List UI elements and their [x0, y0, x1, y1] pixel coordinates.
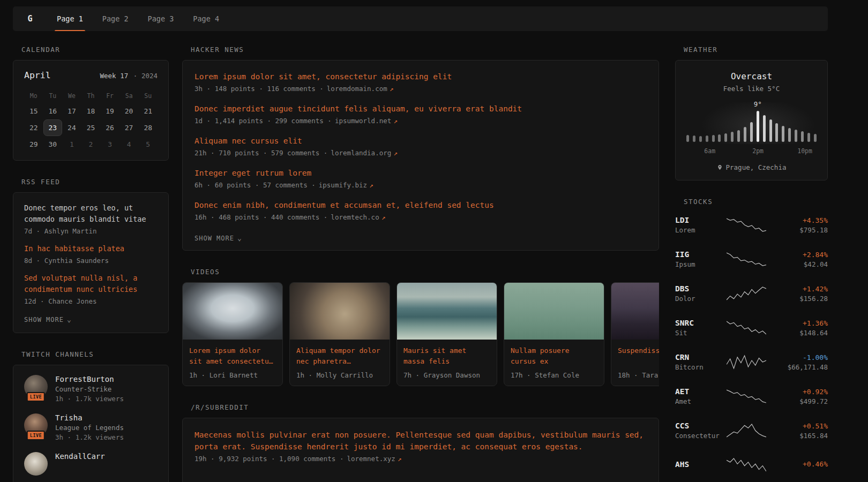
- hn-item-link[interactable]: Integer eget rutrum lorem: [194, 168, 647, 179]
- video-thumbnail[interactable]: [183, 283, 282, 340]
- stock-change: +4.35%: [766, 216, 828, 224]
- twitch-channel-name: ForrestBurton: [55, 375, 124, 383]
- weather-bar: [807, 133, 810, 142]
- rss-show-more-label: SHOW MORE: [24, 316, 64, 323]
- video-card[interactable]: Suspendisse diam 18h · Tara: [611, 282, 659, 386]
- video-card[interactable]: Aliquam tempor dolor nec pharetra… 1h · …: [289, 282, 390, 386]
- stock-row[interactable]: DBS Dolor +1.42% $156.28: [675, 281, 828, 306]
- hn-item-meta: 21h · 710 points · 579 comments ·loremla…: [194, 149, 647, 157]
- stock-change: +1.36%: [766, 319, 828, 327]
- right-column: WEATHER Overcast Feels like 5°C 9° 6am 2…: [675, 46, 828, 482]
- weather-time-label: 10pm: [797, 147, 812, 155]
- subreddit-post-meta: 19h · 9,932 points · 1,090 comments ·lor…: [194, 455, 647, 463]
- video-title[interactable]: Mauris sit amet massa felis: [397, 340, 497, 367]
- hn-item-domain[interactable]: loremlandia.org: [331, 149, 391, 157]
- hn-item-link[interactable]: Donec enim nibh, condimentum et accumsan…: [194, 200, 647, 211]
- hn-item: Donec enim nibh, condimentum et accumsan…: [194, 200, 647, 221]
- weather-location: Prague, Czechia: [686, 163, 817, 171]
- tab-page-2[interactable]: Page 2: [100, 6, 131, 31]
- twitch-section-title: TWITCH CHANNELS: [21, 350, 169, 358]
- video-thumbnail[interactable]: [504, 283, 604, 340]
- calendar-day: 20: [119, 103, 139, 119]
- video-card[interactable]: Mauris sit amet massa felis 7h · Grayson…: [396, 282, 497, 386]
- weather-chart: 9°: [686, 111, 817, 142]
- hn-item: Donec imperdiet augue tincidunt felis al…: [194, 103, 647, 125]
- stock-row[interactable]: CCS Consectetur +0.51% $165.84: [675, 418, 828, 443]
- stock-row[interactable]: AET Amet +0.92% $499.72: [675, 383, 828, 409]
- video-thumbnail[interactable]: [611, 283, 659, 340]
- hn-item-domain[interactable]: ipsumify.biz: [319, 181, 367, 189]
- video-title[interactable]: Lorem ipsum dolor sit amet consectetu…: [183, 340, 282, 367]
- calendar-day: 29: [24, 136, 43, 153]
- rss-item-link[interactable]: In hac habitasse platea: [24, 243, 158, 254]
- weather-bar: [782, 126, 784, 142]
- weather-card: Overcast Feels like 5°C 9° 6am 2pm 10pm …: [675, 60, 828, 180]
- hn-item-meta: 3h · 148 points · 116 comments ·loremdom…: [194, 85, 647, 93]
- stock-row[interactable]: IIG Ipsum +2.84% $42.04: [675, 246, 828, 272]
- stock-row[interactable]: SNRC Sit +1.36% $148.64: [675, 315, 828, 341]
- stock-row[interactable]: CRN Bitcorn -1.00% $66,171.48: [675, 349, 828, 375]
- hn-item-domain[interactable]: ipsumworld.net: [335, 117, 391, 125]
- twitch-channel-row[interactable]: LIVE Trisha League of Legends 3h · 1.2k …: [24, 413, 158, 441]
- video-title[interactable]: Suspendisse diam: [611, 340, 659, 367]
- calendar-day: 16: [43, 103, 63, 119]
- stock-name: Lorem: [675, 226, 727, 234]
- subreddit-post-link[interactable]: Maecenas mollis pulvinar erat non posuer…: [194, 429, 647, 453]
- calendar-day: 15: [24, 103, 43, 119]
- stock-id: CRN Bitcorn: [675, 353, 727, 371]
- tab-page-3[interactable]: Page 3: [146, 6, 176, 31]
- video-title[interactable]: Aliquam tempor dolor nec pharetra…: [290, 340, 390, 367]
- stock-values: +0.92% $499.72: [766, 388, 828, 405]
- twitch-channel-row[interactable]: KendallCarr: [24, 452, 158, 476]
- rss-item-meta: 8d · Cynthia Saunders: [24, 257, 158, 265]
- weather-bar: [757, 111, 759, 142]
- video-thumbnail[interactable]: [290, 283, 390, 340]
- stock-change: +2.84%: [766, 251, 828, 259]
- stock-row[interactable]: AHS +0.46%: [675, 452, 828, 478]
- weather-bar: [706, 135, 708, 142]
- weather-bar: [750, 122, 753, 142]
- calendar-week: Week 17: [100, 72, 129, 80]
- stock-change: +0.92%: [766, 388, 828, 396]
- calendar-header: April Week 17 · 2024: [24, 70, 158, 80]
- stock-sparkline: [727, 251, 766, 267]
- hn-item-link[interactable]: Lorem ipsum dolor sit amet, consectetur …: [194, 71, 647, 82]
- rss-item-link[interactable]: Sed volutpat nulla nisl, a condimentum n…: [24, 273, 158, 295]
- hn-item-meta: 6h · 60 points · 57 comments ·ipsumify.b…: [194, 181, 647, 189]
- rss-show-more-button[interactable]: SHOW MORE ⌄: [24, 315, 72, 323]
- hn-item-domain[interactable]: loremdomain.com: [327, 85, 387, 93]
- twitch-channel-game: Counter-Strike: [55, 385, 124, 393]
- video-title[interactable]: Nullam posuere cursus ex: [504, 340, 604, 367]
- hn-item-meta-text: 6h · 60 points · 57 comments ·: [194, 181, 316, 189]
- subreddit-post: Maecenas mollis pulvinar erat non posuer…: [194, 429, 647, 463]
- stock-change: +0.51%: [766, 422, 828, 430]
- external-link-icon: ↗: [381, 213, 386, 221]
- rss-item: Sed volutpat nulla nisl, a condimentum n…: [24, 273, 158, 305]
- video-card[interactable]: Nullam posuere cursus ex 17h · Stefan Co…: [504, 282, 604, 386]
- subreddit-post-domain[interactable]: loremnet.xyz: [347, 455, 395, 463]
- hn-item-link[interactable]: Aliquam nec cursus elit: [194, 135, 647, 147]
- stock-row[interactable]: LDI Lorem +4.35% $795.18: [675, 212, 828, 238]
- hn-show-more-button[interactable]: SHOW MORE ⌄: [194, 234, 242, 242]
- left-column: CALENDAR April Week 17 · 2024 Mo Tu We T…: [13, 46, 169, 482]
- calendar-day-next-month: 1: [62, 136, 81, 153]
- subreddit-section-title: /R/SUBREDDIT: [191, 403, 659, 411]
- video-thumbnail[interactable]: [397, 283, 497, 340]
- calendar-grid: Mo Tu We Th Fr Sa Su 15 16 17 18 19 20 2…: [24, 89, 158, 153]
- hn-item-link[interactable]: Donec imperdiet augue tincidunt felis al…: [194, 103, 647, 115]
- external-link-icon: ↗: [369, 181, 373, 189]
- stock-values: +2.84% $42.04: [766, 251, 828, 268]
- tab-page-4[interactable]: Page 4: [191, 6, 221, 31]
- stock-id: DBS Dolor: [675, 284, 727, 303]
- tab-page-1[interactable]: Page 1: [55, 6, 85, 31]
- rss-item-link[interactable]: Donec tempor eros leo, ut commodo mauris…: [24, 202, 158, 225]
- weather-bar: [731, 132, 734, 142]
- weather-condition: Overcast: [686, 71, 817, 81]
- rss-widget: RSS FEED Donec tempor eros leo, ut commo…: [13, 178, 169, 333]
- calendar-day: 25: [81, 119, 101, 136]
- twitch-channel-name: Trisha: [55, 413, 124, 422]
- twitch-channel-row[interactable]: LIVE ForrestBurton Counter-Strike 1h · 1…: [24, 375, 158, 403]
- hn-item-domain[interactable]: loremtech.co: [331, 213, 379, 221]
- video-card[interactable]: Lorem ipsum dolor sit amet consectetu… 1…: [182, 282, 283, 386]
- chevron-down-icon: ⌄: [237, 234, 242, 242]
